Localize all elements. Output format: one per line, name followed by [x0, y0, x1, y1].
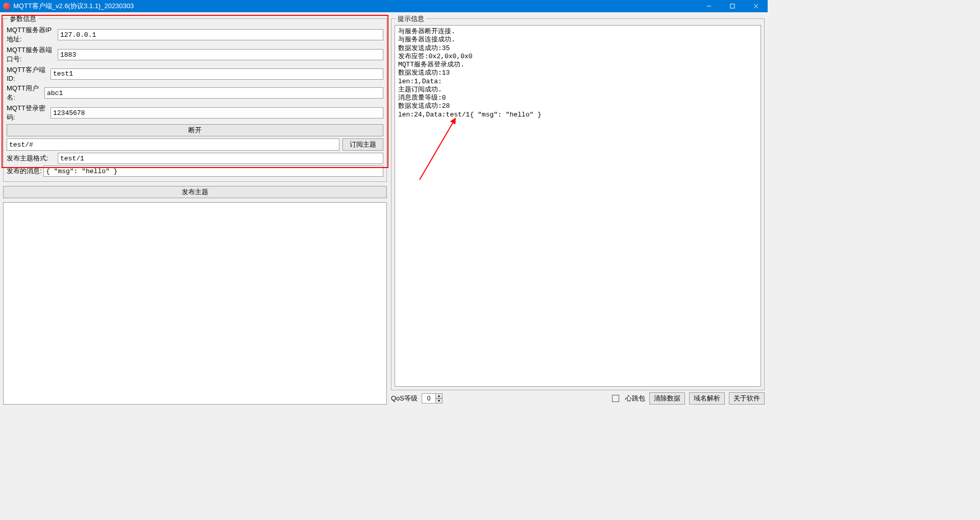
- app-icon: [3, 3, 10, 10]
- password-input[interactable]: [51, 107, 383, 119]
- qos-label: QoS等级: [391, 394, 418, 403]
- client-id-label: MQTT客户端ID:: [7, 65, 51, 82]
- footer-bar: QoS等级 ▲ ▼ 心跳包 清除数据 域名解析 关于软件: [391, 390, 765, 405]
- subscribe-button[interactable]: 订阅主题: [342, 138, 383, 151]
- server-ip-input[interactable]: [58, 29, 383, 40]
- publish-msg-label: 发布的消息:: [7, 167, 43, 176]
- password-label: MQTT登录密码:: [7, 104, 51, 122]
- client-id-input[interactable]: [51, 68, 383, 80]
- qos-spinner[interactable]: ▲ ▼: [422, 393, 443, 404]
- disconnect-button[interactable]: 断开: [7, 124, 383, 136]
- server-port-label: MQTT服务器端口号:: [7, 45, 58, 64]
- publish-topic-input[interactable]: [58, 153, 383, 164]
- publish-topic-label: 发布主题格式:: [7, 154, 58, 163]
- publish-msg-input[interactable]: [43, 166, 383, 177]
- params-group-title: 参数信息: [8, 14, 38, 23]
- window-title: MQTT客户端_v2.6(协议3.1.1)_20230303: [13, 2, 697, 11]
- clear-data-button[interactable]: 清除数据: [649, 392, 685, 405]
- log-groupbox: 提示信息 与服务器断开连接. 与服务器连接成功. 数据发送成功:35 发布应答:…: [391, 18, 765, 390]
- server-ip-label: MQTT服务器IP地址:: [7, 26, 58, 44]
- svg-rect-1: [730, 4, 734, 8]
- username-input[interactable]: [44, 87, 383, 99]
- qos-up-button[interactable]: ▲: [435, 393, 443, 398]
- publish-button[interactable]: 发布主题: [3, 186, 387, 198]
- maximize-button[interactable]: [721, 0, 744, 12]
- publish-output-textarea[interactable]: [3, 202, 387, 405]
- log-group-title: 提示信息: [396, 14, 426, 23]
- window-titlebar: MQTT客户端_v2.6(协议3.1.1)_20230303: [0, 0, 768, 12]
- dns-resolve-button[interactable]: 域名解析: [689, 392, 725, 405]
- close-button[interactable]: [744, 0, 768, 12]
- subscribe-topic-input[interactable]: [7, 138, 339, 151]
- qos-down-button[interactable]: ▼: [435, 398, 443, 404]
- qos-input[interactable]: [422, 393, 436, 404]
- heartbeat-label: 心跳包: [625, 394, 645, 403]
- heartbeat-checkbox[interactable]: [612, 395, 619, 402]
- params-groupbox: 参数信息 MQTT服务器IP地址: MQTT服务器端口号: MQTT客户端ID:…: [3, 18, 387, 182]
- server-port-input[interactable]: [58, 49, 383, 60]
- about-button[interactable]: 关于软件: [729, 392, 765, 405]
- log-textarea[interactable]: 与服务器断开连接. 与服务器连接成功. 数据发送成功:35 发布应答:0x2,0…: [395, 25, 761, 387]
- username-label: MQTT用户名:: [7, 84, 44, 102]
- minimize-button[interactable]: [697, 0, 721, 12]
